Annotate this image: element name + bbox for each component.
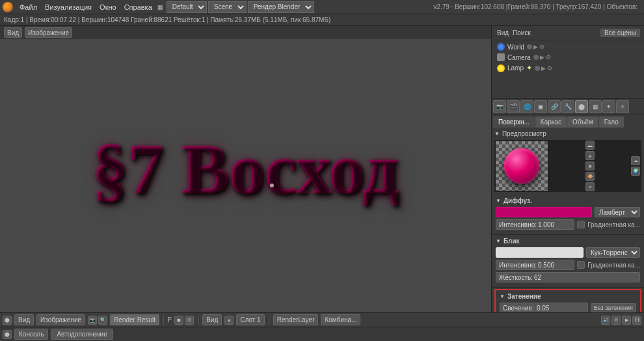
object-icon[interactable]: ▣ bbox=[534, 100, 547, 113]
right-panel: Вид Поиск Все сцены World ▶ ⚙ Camera bbox=[491, 26, 644, 312]
camera-icon bbox=[497, 53, 505, 61]
view2-btn[interactable]: Вид bbox=[202, 314, 222, 325]
diffuse-color-picker[interactable] bbox=[496, 207, 592, 217]
camera-vis-dot[interactable] bbox=[533, 55, 539, 60]
bottom-view-btn[interactable]: Вид bbox=[14, 314, 34, 325]
lamp-vis-dot[interactable] bbox=[535, 66, 540, 71]
menu-window[interactable]: Окно bbox=[96, 2, 120, 12]
diffuse-intensity-slider[interactable]: Интенсивно: 1.000 bbox=[496, 219, 574, 230]
hardness-label: Жёсткость: bbox=[499, 274, 533, 281]
bicon7[interactable]: 🎞 bbox=[632, 316, 641, 325]
specular-intensity-row: Интенсивно: 0.500 Градиентная ка... bbox=[496, 260, 640, 270]
specular-shader-select[interactable]: Кук-Торренс bbox=[586, 247, 640, 258]
diffuse-collapse-arrow[interactable]: ▼ bbox=[496, 198, 501, 204]
emit-row: Свечение: 0.05 Без затенения bbox=[500, 303, 636, 312]
particle-icon[interactable]: ✦ bbox=[602, 100, 615, 113]
render-engine-dropdown[interactable]: Рендер Blender bbox=[248, 1, 314, 13]
hardness-value: 62 bbox=[534, 274, 541, 281]
tab-halo[interactable]: Гало bbox=[599, 116, 624, 128]
lamp-icon bbox=[497, 64, 505, 72]
preview-monkey-btn[interactable]: 🐵 bbox=[585, 172, 595, 181]
spec-gradient-checkbox[interactable] bbox=[577, 261, 585, 269]
world-bg-btn[interactable]: 🌍 bbox=[631, 167, 640, 176]
workspace-dropdown[interactable]: Default bbox=[167, 1, 207, 13]
specular-color-row: Кук-Торренс bbox=[496, 247, 640, 258]
bicon3[interactable]: ▲ bbox=[224, 316, 234, 325]
image-menu-btn[interactable]: Изображение bbox=[25, 27, 72, 38]
scene-icon[interactable]: 🎬 bbox=[507, 100, 520, 113]
tab-volume[interactable]: Объём bbox=[567, 116, 598, 128]
scene-dropdown[interactable]: Scene bbox=[208, 1, 247, 13]
menu-help[interactable]: Справка bbox=[120, 2, 156, 12]
tab-wire[interactable]: Каркас bbox=[535, 116, 567, 128]
bicon2[interactable]: ⊞ bbox=[185, 316, 194, 325]
shading-collapse-arrow[interactable]: ▼ bbox=[500, 293, 505, 299]
console-blender-icon: ⬤ bbox=[3, 330, 12, 339]
tab-surface[interactable]: Поверхн... bbox=[493, 116, 535, 128]
physics-icon[interactable]: ⚛ bbox=[616, 100, 629, 113]
no-shadow-btn[interactable]: Без затенения bbox=[591, 303, 636, 312]
zoom-icon[interactable]: 🔍 bbox=[98, 316, 107, 325]
specular-collapse-arrow[interactable]: ▼ bbox=[496, 238, 501, 244]
search-label[interactable]: Поиск bbox=[513, 29, 531, 36]
menu-file[interactable]: Файл bbox=[16, 2, 41, 12]
camera-render-arrow[interactable]: ▶ bbox=[540, 54, 544, 61]
status-bar: Кадр:1 | Время:00:07.22 | Вершин:104748 … bbox=[0, 14, 644, 26]
view-menu-btn[interactable]: Вид bbox=[4, 27, 22, 38]
texture-icon[interactable]: ▦ bbox=[589, 100, 602, 113]
specular-gradient-check: Градиентная ка... bbox=[577, 261, 640, 269]
diffuse-shader-select[interactable]: Ламберт bbox=[595, 207, 640, 217]
lamp-render-arrow[interactable]: ▶ bbox=[541, 65, 546, 72]
hardness-slider[interactable]: Жёсткость: 62 bbox=[496, 272, 640, 282]
bicon4[interactable]: 🔊 bbox=[601, 316, 610, 325]
outliner-item-camera[interactable]: Camera ▶ ⚙ bbox=[494, 52, 641, 62]
emit-slider[interactable]: Свечение: 0.05 bbox=[500, 303, 588, 312]
settings-arrow[interactable]: ⚙ bbox=[539, 44, 544, 50]
render-layer-btn[interactable]: RenderLayer bbox=[273, 314, 319, 325]
diffuse-section: ▼ Диффуз. Ламберт Интенсивно: 1.000 Град… bbox=[492, 195, 644, 235]
divider3 bbox=[269, 316, 269, 325]
all-scenes-btn[interactable]: Все сцены bbox=[600, 29, 640, 37]
modifier-icon[interactable]: 🔧 bbox=[561, 100, 574, 113]
bottom-blender-icon: ⬤ bbox=[3, 316, 12, 325]
bicon6[interactable]: ▶ bbox=[622, 316, 631, 325]
slot-btn[interactable]: Слот 1 bbox=[236, 314, 264, 325]
preview-sphere-btn[interactable]: ● bbox=[585, 151, 595, 160]
constraint-icon[interactable]: 🔗 bbox=[548, 100, 561, 113]
lamp-settings-arrow[interactable]: ⚙ bbox=[547, 65, 552, 72]
specular-intensity-slider[interactable]: Интенсивно: 0.500 bbox=[496, 260, 574, 270]
outliner-item-lamp[interactable]: Lamp ✦ ▶ ⚙ bbox=[494, 62, 641, 74]
main-area: Вид Изображение §7 Восход Вид Поиск Все … bbox=[0, 26, 644, 312]
material-icon[interactable]: ⬤ bbox=[575, 100, 588, 113]
preview-hair-btn[interactable]: ≡ bbox=[585, 182, 595, 191]
autocomplete-btn[interactable]: Автодополнение bbox=[51, 329, 113, 340]
bottom-center-icons: 📷 🔍 bbox=[88, 316, 107, 325]
render-arrow[interactable]: ▶ bbox=[533, 44, 538, 50]
preview-cube-btn[interactable]: ■ bbox=[585, 161, 595, 170]
sky-btn[interactable]: ☁ bbox=[631, 156, 640, 165]
shading-title: ▼ Затенение bbox=[500, 293, 636, 300]
outliner-panel: World ▶ ⚙ Camera ▶ ⚙ Lamp ✦ bbox=[492, 40, 644, 99]
outliner-item-world[interactable]: World ▶ ⚙ bbox=[494, 42, 641, 52]
specular-intensity-label: Интенсивно: bbox=[499, 262, 537, 269]
menu-visualization[interactable]: Визуализация bbox=[41, 2, 96, 12]
diffuse-title: ▼ Диффуз. bbox=[496, 197, 640, 204]
preview-plane-btn[interactable]: ▬ bbox=[585, 141, 595, 150]
bicon5[interactable]: ⚙ bbox=[611, 316, 621, 325]
render-icon[interactable]: 📷 bbox=[493, 100, 506, 113]
viewport[interactable]: Вид Изображение §7 Восход bbox=[0, 26, 491, 312]
world-prop-icon[interactable]: 🌐 bbox=[520, 100, 533, 113]
preview-collapse-arrow[interactable]: ▼ bbox=[494, 131, 500, 137]
specular-color-picker[interactable] bbox=[496, 247, 584, 258]
render-result-btn[interactable]: Render Result bbox=[110, 314, 159, 325]
lamp-sun-icon: ✦ bbox=[526, 64, 532, 72]
bicon1[interactable]: ◼ bbox=[174, 316, 183, 325]
gradient-checkbox[interactable] bbox=[577, 221, 585, 228]
camera-view-icon[interactable]: 📷 bbox=[88, 316, 97, 325]
combine-btn[interactable]: Комбина... bbox=[321, 314, 360, 325]
bottom-image-btn[interactable]: Изображение bbox=[36, 314, 85, 325]
camera-settings-arrow[interactable]: ⚙ bbox=[546, 54, 551, 61]
console-btn[interactable]: Консоль bbox=[14, 329, 48, 340]
specular-label: Блик bbox=[503, 238, 520, 245]
visibility-dot[interactable] bbox=[527, 44, 532, 49]
